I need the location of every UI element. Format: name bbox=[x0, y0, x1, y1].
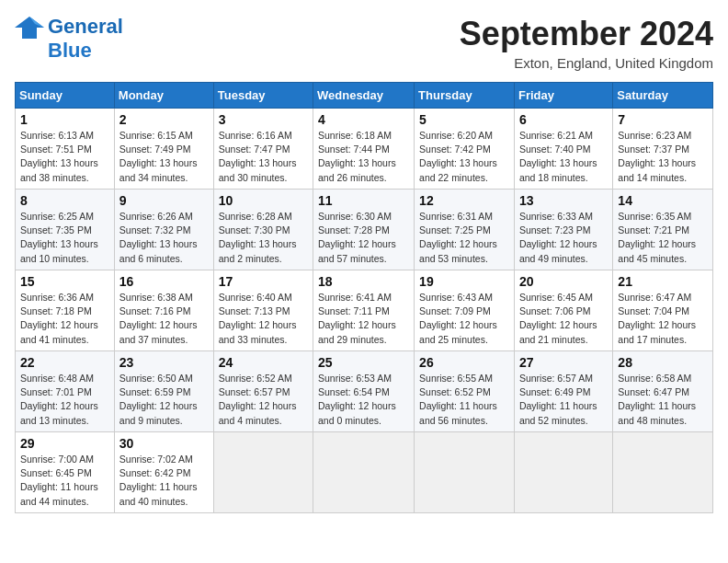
calendar-cell: 10Sunrise: 6:28 AM Sunset: 7:30 PM Dayli… bbox=[213, 190, 313, 270]
day-info: Sunrise: 6:53 AM Sunset: 6:54 PM Dayligh… bbox=[318, 372, 409, 428]
day-info: Sunrise: 6:20 AM Sunset: 7:42 PM Dayligh… bbox=[419, 129, 509, 185]
day-info: Sunrise: 7:02 AM Sunset: 6:42 PM Dayligh… bbox=[119, 453, 209, 509]
calendar-cell: 30Sunrise: 7:02 AM Sunset: 6:42 PM Dayli… bbox=[114, 432, 213, 513]
day-info: Sunrise: 6:28 AM Sunset: 7:30 PM Dayligh… bbox=[219, 210, 308, 266]
location: Exton, England, United Kingdom bbox=[460, 55, 713, 71]
page-header: General Blue September 2024 Exton, Engla… bbox=[15, 15, 713, 71]
day-number: 12 bbox=[419, 193, 509, 208]
weekday-header-thursday: Thursday bbox=[415, 83, 515, 109]
day-info: Sunrise: 6:30 AM Sunset: 7:28 PM Dayligh… bbox=[318, 210, 409, 266]
calendar-cell: 21Sunrise: 6:47 AM Sunset: 7:04 PM Dayli… bbox=[613, 270, 713, 351]
calendar-cell: 23Sunrise: 6:50 AM Sunset: 6:59 PM Dayli… bbox=[114, 351, 213, 432]
day-number: 4 bbox=[318, 112, 409, 127]
day-number: 5 bbox=[419, 112, 509, 127]
day-info: Sunrise: 6:26 AM Sunset: 7:32 PM Dayligh… bbox=[119, 210, 209, 266]
calendar-cell bbox=[313, 432, 415, 513]
day-number: 7 bbox=[618, 112, 708, 127]
calendar-cell: 1Sunrise: 6:13 AM Sunset: 7:51 PM Daylig… bbox=[16, 109, 115, 190]
day-info: Sunrise: 6:55 AM Sunset: 6:52 PM Dayligh… bbox=[419, 372, 509, 428]
logo-bird-icon bbox=[15, 15, 44, 39]
day-number: 1 bbox=[20, 112, 109, 127]
calendar-table: SundayMondayTuesdayWednesdayThursdayFrid… bbox=[15, 82, 713, 513]
day-number: 14 bbox=[618, 193, 708, 208]
day-number: 9 bbox=[119, 193, 209, 208]
day-number: 13 bbox=[519, 193, 608, 208]
day-info: Sunrise: 6:38 AM Sunset: 7:16 PM Dayligh… bbox=[119, 291, 209, 347]
calendar-cell bbox=[415, 432, 515, 513]
calendar-cell: 15Sunrise: 6:36 AM Sunset: 7:18 PM Dayli… bbox=[16, 270, 115, 351]
day-info: Sunrise: 6:52 AM Sunset: 6:57 PM Dayligh… bbox=[219, 372, 308, 428]
calendar-cell: 4Sunrise: 6:18 AM Sunset: 7:44 PM Daylig… bbox=[313, 109, 415, 190]
weekday-header-wednesday: Wednesday bbox=[313, 83, 415, 109]
day-number: 17 bbox=[219, 274, 308, 289]
day-info: Sunrise: 6:21 AM Sunset: 7:40 PM Dayligh… bbox=[519, 129, 608, 185]
day-number: 25 bbox=[318, 355, 409, 370]
calendar-cell: 26Sunrise: 6:55 AM Sunset: 6:52 PM Dayli… bbox=[415, 351, 515, 432]
day-info: Sunrise: 7:00 AM Sunset: 6:45 PM Dayligh… bbox=[20, 453, 109, 509]
weekday-header-sunday: Sunday bbox=[16, 83, 115, 109]
day-info: Sunrise: 6:15 AM Sunset: 7:49 PM Dayligh… bbox=[119, 129, 209, 185]
calendar-cell: 2Sunrise: 6:15 AM Sunset: 7:49 PM Daylig… bbox=[114, 109, 213, 190]
day-number: 3 bbox=[219, 112, 308, 127]
day-number: 23 bbox=[119, 355, 209, 370]
day-number: 2 bbox=[119, 112, 209, 127]
weekday-header-tuesday: Tuesday bbox=[213, 83, 313, 109]
month-title: September 2024 bbox=[460, 15, 713, 53]
day-number: 27 bbox=[519, 355, 608, 370]
day-number: 18 bbox=[318, 274, 409, 289]
calendar-cell: 18Sunrise: 6:41 AM Sunset: 7:11 PM Dayli… bbox=[313, 270, 415, 351]
calendar-cell: 12Sunrise: 6:31 AM Sunset: 7:25 PM Dayli… bbox=[415, 190, 515, 270]
day-info: Sunrise: 6:48 AM Sunset: 7:01 PM Dayligh… bbox=[20, 372, 109, 428]
day-info: Sunrise: 6:18 AM Sunset: 7:44 PM Dayligh… bbox=[318, 129, 409, 185]
calendar-cell: 16Sunrise: 6:38 AM Sunset: 7:16 PM Dayli… bbox=[114, 270, 213, 351]
day-info: Sunrise: 6:57 AM Sunset: 6:49 PM Dayligh… bbox=[519, 372, 608, 428]
day-info: Sunrise: 6:45 AM Sunset: 7:06 PM Dayligh… bbox=[519, 291, 608, 347]
day-number: 26 bbox=[419, 355, 509, 370]
calendar-cell: 17Sunrise: 6:40 AM Sunset: 7:13 PM Dayli… bbox=[213, 270, 313, 351]
day-number: 15 bbox=[20, 274, 109, 289]
day-number: 21 bbox=[618, 274, 708, 289]
calendar-cell: 13Sunrise: 6:33 AM Sunset: 7:23 PM Dayli… bbox=[514, 190, 612, 270]
calendar-cell: 29Sunrise: 7:00 AM Sunset: 6:45 PM Dayli… bbox=[16, 432, 115, 513]
calendar-cell: 11Sunrise: 6:30 AM Sunset: 7:28 PM Dayli… bbox=[313, 190, 415, 270]
weekday-header-saturday: Saturday bbox=[613, 83, 713, 109]
calendar-cell: 24Sunrise: 6:52 AM Sunset: 6:57 PM Dayli… bbox=[213, 351, 313, 432]
day-info: Sunrise: 6:25 AM Sunset: 7:35 PM Dayligh… bbox=[20, 210, 109, 266]
calendar-cell: 6Sunrise: 6:21 AM Sunset: 7:40 PM Daylig… bbox=[514, 109, 612, 190]
calendar-cell: 27Sunrise: 6:57 AM Sunset: 6:49 PM Dayli… bbox=[514, 351, 612, 432]
svg-marker-0 bbox=[15, 17, 44, 39]
day-number: 11 bbox=[318, 193, 409, 208]
day-info: Sunrise: 6:43 AM Sunset: 7:09 PM Dayligh… bbox=[419, 291, 509, 347]
day-info: Sunrise: 6:23 AM Sunset: 7:37 PM Dayligh… bbox=[618, 129, 708, 185]
day-info: Sunrise: 6:58 AM Sunset: 6:47 PM Dayligh… bbox=[618, 372, 708, 428]
day-info: Sunrise: 6:33 AM Sunset: 7:23 PM Dayligh… bbox=[519, 210, 608, 266]
day-number: 24 bbox=[219, 355, 308, 370]
calendar-cell: 14Sunrise: 6:35 AM Sunset: 7:21 PM Dayli… bbox=[613, 190, 713, 270]
day-info: Sunrise: 6:41 AM Sunset: 7:11 PM Dayligh… bbox=[318, 291, 409, 347]
calendar-cell: 9Sunrise: 6:26 AM Sunset: 7:32 PM Daylig… bbox=[114, 190, 213, 270]
calendar-cell: 7Sunrise: 6:23 AM Sunset: 7:37 PM Daylig… bbox=[613, 109, 713, 190]
title-block: September 2024 Exton, England, United Ki… bbox=[460, 15, 713, 71]
day-number: 28 bbox=[618, 355, 708, 370]
day-number: 6 bbox=[519, 112, 608, 127]
logo-text-general: General bbox=[48, 15, 123, 39]
day-info: Sunrise: 6:16 AM Sunset: 7:47 PM Dayligh… bbox=[219, 129, 308, 185]
calendar-cell: 3Sunrise: 6:16 AM Sunset: 7:47 PM Daylig… bbox=[213, 109, 313, 190]
day-info: Sunrise: 6:13 AM Sunset: 7:51 PM Dayligh… bbox=[20, 129, 109, 185]
day-info: Sunrise: 6:50 AM Sunset: 6:59 PM Dayligh… bbox=[119, 372, 209, 428]
calendar-cell bbox=[613, 432, 713, 513]
calendar-cell: 8Sunrise: 6:25 AM Sunset: 7:35 PM Daylig… bbox=[16, 190, 115, 270]
calendar-cell: 28Sunrise: 6:58 AM Sunset: 6:47 PM Dayli… bbox=[613, 351, 713, 432]
weekday-header-monday: Monday bbox=[114, 83, 213, 109]
day-number: 29 bbox=[20, 436, 109, 451]
calendar-cell: 19Sunrise: 6:43 AM Sunset: 7:09 PM Dayli… bbox=[415, 270, 515, 351]
logo: General Blue bbox=[15, 15, 123, 63]
day-info: Sunrise: 6:36 AM Sunset: 7:18 PM Dayligh… bbox=[20, 291, 109, 347]
day-number: 16 bbox=[119, 274, 209, 289]
day-number: 8 bbox=[20, 193, 109, 208]
day-number: 22 bbox=[20, 355, 109, 370]
calendar-cell: 22Sunrise: 6:48 AM Sunset: 7:01 PM Dayli… bbox=[16, 351, 115, 432]
weekday-header-friday: Friday bbox=[514, 83, 612, 109]
day-number: 19 bbox=[419, 274, 509, 289]
day-number: 10 bbox=[219, 193, 308, 208]
